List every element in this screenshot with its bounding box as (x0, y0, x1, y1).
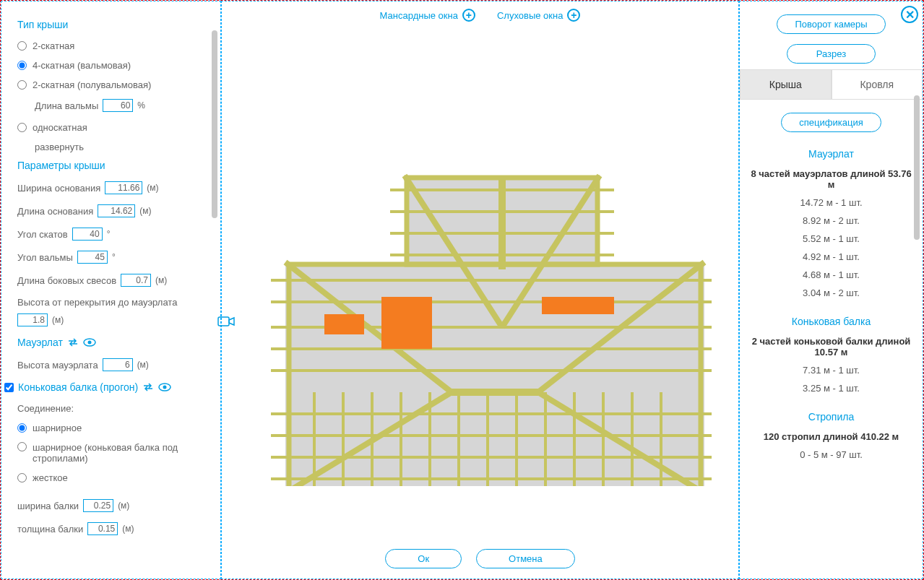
data-line: 4.68 м - 1 шт. (750, 269, 912, 280)
ridge-title: Коньковая балка (прогон) (18, 381, 171, 393)
swap-icon[interactable] (142, 381, 154, 393)
beam-width-input[interactable] (83, 499, 113, 512)
radio-hinge-under[interactable] (17, 442, 27, 451)
mauerlat-summary: 8 частей мауэрлатов длиной 53.76 м (750, 168, 912, 190)
radio-halfhip[interactable] (17, 80, 27, 90)
ridge-checkbox[interactable] (4, 383, 14, 392)
plus-icon: + (462, 9, 475, 22)
rafters-summary: 120 стропил длиной 410.22 м (750, 431, 912, 442)
ridge-data-title: Коньковая балка (750, 316, 912, 327)
spec-button[interactable]: спецификация (781, 113, 881, 132)
mauerlat-title: Мауэрлат (17, 337, 204, 348)
hip-angle-input[interactable] (77, 251, 108, 264)
swap-icon[interactable] (67, 337, 79, 348)
data-line: 8.92 м - 2 шт. (750, 215, 912, 226)
close-button[interactable]: ✕ (901, 6, 918, 23)
overhang-input[interactable] (121, 274, 151, 287)
label-rigid[interactable]: жесткое (33, 472, 68, 483)
mauerlat-height-from-label: Высота от перекрытия до мауэрлата (17, 297, 177, 308)
camera-tool-icon[interactable] (216, 314, 236, 329)
plus-icon: + (567, 9, 580, 22)
eye-icon[interactable] (83, 338, 96, 347)
dormer-windows-button[interactable]: Слуховые окна+ (497, 9, 580, 22)
roof-plan-drawing (249, 82, 712, 486)
cancel-button[interactable]: Отмена (476, 549, 575, 568)
data-line: 0 - 5 м - 97 шт. (750, 449, 912, 460)
camera-rotate-button[interactable]: Поворот камеры (777, 14, 885, 34)
roof-params-title: Параметры крыши (17, 160, 204, 171)
hip-length-unit: % (137, 100, 145, 111)
slope-angle-input[interactable] (72, 228, 103, 241)
label-4slope[interactable]: 4-скатная (вальмовая) (33, 60, 131, 71)
flip-link[interactable]: развернуть (35, 142, 204, 152)
joint-label: Соединение: (17, 403, 204, 414)
data-line: 5.52 м - 1 шт. (750, 233, 912, 244)
slope-angle-label: Угол скатов (17, 229, 68, 240)
beam-thick-label: толщина балки (17, 524, 83, 534)
right-results-panel: ✕ Поворот камеры Разрез Крыша Кровля спе… (739, 1, 923, 579)
radio-hinge[interactable] (17, 423, 27, 433)
radio-2slope[interactable] (17, 41, 27, 51)
beam-width-label: ширина балки (17, 501, 79, 511)
radio-4slope[interactable] (17, 61, 27, 70)
data-line: 3.25 м - 1 шт. (750, 383, 912, 394)
tab-covering[interactable]: Кровля (832, 69, 923, 100)
beam-thick-input[interactable] (87, 522, 118, 535)
mauerlat-data-title: Мауэрлат (750, 148, 912, 160)
hip-length-input[interactable] (103, 99, 133, 112)
svg-rect-45 (324, 314, 364, 334)
overhang-label: Длина боковых свесов (17, 275, 116, 286)
roof-3d-viewport[interactable] (222, 29, 738, 539)
svg-rect-46 (381, 297, 432, 349)
label-2slope[interactable]: 2-скатная (33, 40, 74, 51)
tab-roof[interactable]: Крыша (740, 69, 832, 100)
svg-rect-4 (218, 317, 229, 326)
right-scrollbar[interactable] (914, 95, 920, 571)
mauerlat-height-input[interactable] (103, 358, 133, 371)
radio-rigid[interactable] (17, 473, 27, 482)
mauerlat-height-label: Высота мауэрлата (17, 360, 98, 371)
section-button[interactable]: Разрез (787, 44, 876, 64)
label-hinge-under[interactable]: шарнирное (коньковая балка под стропилам… (33, 442, 191, 464)
ridge-summary: 2 частей коньковой балки длиной 10.57 м (750, 336, 912, 358)
base-length-input[interactable] (98, 204, 135, 217)
label-hinge[interactable]: шарнирное (33, 423, 82, 433)
left-scrollbar[interactable] (212, 30, 217, 571)
svg-rect-47 (542, 297, 614, 314)
data-line: 3.04 м - 2 шт. (750, 287, 912, 298)
svg-point-1 (87, 341, 91, 345)
mansard-windows-button[interactable]: Мансардные окна+ (380, 9, 475, 22)
ok-button[interactable]: Ок (385, 549, 462, 568)
hip-angle-label: Угол вальмы (17, 252, 73, 263)
center-viewport-panel: Мансардные окна+ Слуховые окна+ full 0.3… (221, 1, 739, 579)
data-line: 4.92 м - 1 шт. (750, 251, 912, 262)
left-properties-panel: Тип крыши 2-скатная 4-скатная (вальмовая… (1, 1, 221, 579)
label-halfhip[interactable]: 2-скатная (полувальмовая) (33, 79, 151, 90)
radio-mono[interactable] (17, 123, 27, 132)
eye-icon[interactable] (158, 383, 171, 391)
rafters-data-title: Стропила (750, 411, 912, 423)
base-length-label: Длина основания (17, 206, 93, 217)
data-line: 7.31 м - 1 шт. (750, 365, 912, 376)
label-mono[interactable]: односкатная (33, 122, 87, 133)
base-width-input[interactable] (105, 181, 142, 194)
mauerlat-height-from-input[interactable] (17, 313, 48, 326)
data-line: 14.72 м - 1 шт. (750, 197, 912, 208)
svg-point-3 (163, 386, 167, 389)
base-width-label: Ширина основания (17, 183, 100, 194)
hip-length-label: Длина вальмы (35, 100, 98, 111)
roof-type-title: Тип крыши (17, 19, 204, 30)
